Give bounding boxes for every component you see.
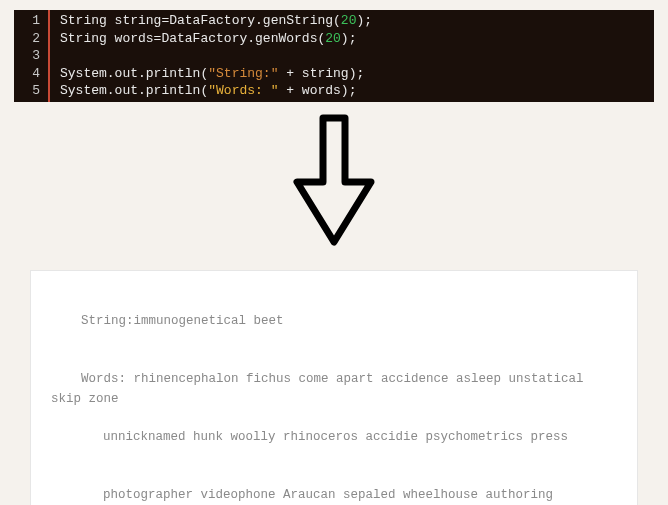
code-line: System.out.println("String:" + string); [60,65,372,83]
code-line: System.out.println("Words: " + words); [60,82,372,100]
line-number: 3 [26,47,40,65]
code-token: System.out.println( [60,66,208,81]
code-token: ); [341,31,357,46]
line-number-gutter: 12345 [14,10,50,102]
code-token: 20 [325,31,341,46]
code-token: 20 [341,13,357,28]
code-token: "Words: " [208,83,278,98]
output-string-value: immunogenetical beet [134,314,284,328]
line-number: 2 [26,30,40,48]
code-line: String words=DataFactory.genWords(20); [60,30,372,48]
output-line-words: Words: rhinencephalon fichus come apart … [51,351,617,505]
output-string-label: String: [81,314,134,328]
code-area: String string=DataFactory.genString(20);… [50,10,380,102]
code-token: "String:" [208,66,278,81]
code-token: System.out.println( [60,83,208,98]
code-token: String string=DataFactory.genString( [60,13,341,28]
output-words-line-1: unnicknamed hunk woolly rhinoceros accid… [51,428,617,447]
output-line-string: String:immunogenetical beet [51,293,617,351]
line-number: 1 [26,12,40,30]
code-token: + string); [278,66,364,81]
code-block: 12345 String string=DataFactory.genStrin… [14,10,654,102]
output-words-label: Words: [81,372,134,386]
code-token: String words=DataFactory.genWords( [60,31,325,46]
code-token: ); [356,13,372,28]
output-words-line-2: photographer videophone Araucan sepaled … [51,486,617,505]
code-line: String string=DataFactory.genString(20); [60,12,372,30]
arrow-down-icon [0,102,668,260]
line-number: 5 [26,82,40,100]
code-line [60,47,372,65]
code-token: + words); [278,83,356,98]
output-block: String:immunogenetical beet Words: rhine… [30,270,638,505]
line-number: 4 [26,65,40,83]
